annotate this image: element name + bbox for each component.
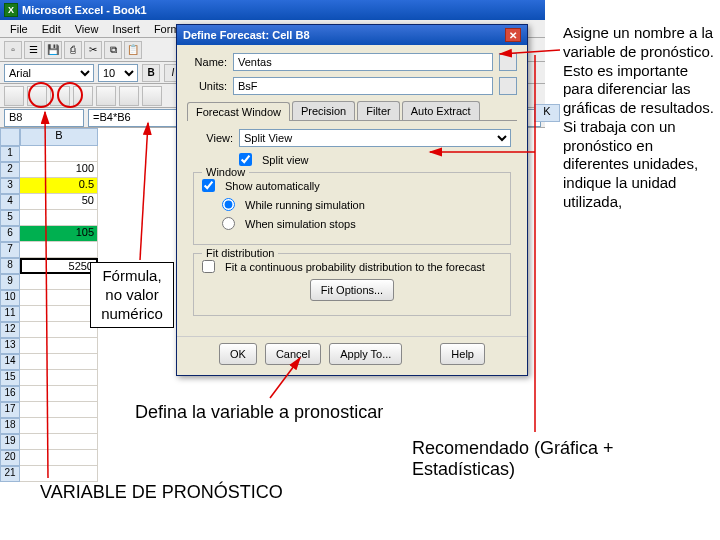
view-label: View: [193,132,233,144]
cb-step-icon[interactable] [119,86,139,106]
cell[interactable] [20,338,98,354]
row-hdr[interactable]: 12 [0,322,20,338]
view-select[interactable]: Split View [239,129,511,147]
window-group: Window Show automatically While running … [193,172,511,245]
units-field[interactable] [233,77,493,95]
cell-b3[interactable]: 0.5 [20,178,98,194]
row-hdr[interactable]: 9 [0,274,20,290]
fit-label: Fit a continuous probability distributio… [225,261,485,273]
name-box[interactable]: B8 [4,109,84,127]
corner[interactable] [0,128,20,146]
name-label: Name: [187,56,227,68]
save-icon[interactable]: 💾 [44,41,62,59]
close-icon[interactable]: ✕ [505,28,521,42]
fit-group: Fit distribution Fit a continuous probab… [193,253,511,316]
menu-insert[interactable]: Insert [106,22,146,36]
row-hdr[interactable]: 3 [0,178,20,194]
cb-reset-icon[interactable] [96,86,116,106]
paste-icon[interactable]: 📋 [124,41,142,59]
help-button[interactable]: Help [440,343,485,365]
row-hdr[interactable]: 18 [0,418,20,434]
dialog-title: Define Forecast: Cell B8 [183,29,310,41]
cell[interactable] [20,418,98,434]
show-auto-checkbox[interactable] [202,179,215,192]
row-hdr[interactable]: 4 [0,194,20,210]
tab-forecast-window[interactable]: Forecast Window [187,102,290,121]
row-hdr[interactable]: 7 [0,242,20,258]
row-hdr[interactable]: 1 [0,146,20,162]
cell-picker-icon[interactable] [499,77,517,95]
name-field[interactable] [233,53,493,71]
row-hdr[interactable]: 6 [0,226,20,242]
excel-icon: X [4,3,18,17]
units-label: Units: [187,80,227,92]
row-hdr[interactable]: 17 [0,402,20,418]
tab-filter[interactable]: Filter [357,101,399,120]
cb-reports-icon[interactable] [142,86,162,106]
fit-options-button[interactable]: Fit Options... [310,279,394,301]
open-icon[interactable]: ☰ [24,41,42,59]
cell[interactable] [20,274,98,290]
opt-stops-radio[interactable] [222,217,235,230]
cut-icon[interactable]: ✂ [84,41,102,59]
define-forecast-dialog: Define Forecast: Cell B8 ✕ Name: Units: … [176,24,528,376]
split-view-checkbox[interactable] [239,153,252,166]
cell[interactable] [20,210,98,226]
menu-edit[interactable]: Edit [36,22,67,36]
row-hdr[interactable]: 5 [0,210,20,226]
col-hdr-k[interactable]: K [534,104,560,122]
annotation-recommended: Recomendado (Gráfica + Estadísticas) [412,438,720,480]
fit-checkbox[interactable] [202,260,215,273]
col-hdr-b[interactable]: B [20,128,98,146]
cell[interactable] [20,242,98,258]
cell-picker-icon[interactable] [499,53,517,71]
row-hdr[interactable]: 15 [0,370,20,386]
cell-b8[interactable]: 5250 [20,258,98,274]
window-legend: Window [202,166,249,178]
app-title: Microsoft Excel - Book1 [22,4,147,16]
cb-define-assumption-icon[interactable] [4,86,24,106]
new-icon[interactable]: ▫ [4,41,22,59]
cancel-button[interactable]: Cancel [265,343,321,365]
cell-b4[interactable]: 50 [20,194,98,210]
ok-button[interactable]: OK [219,343,257,365]
row-hdr[interactable]: 13 [0,338,20,354]
row-hdr[interactable]: 19 [0,434,20,450]
highlight-circle [28,82,54,108]
cell[interactable] [20,306,98,322]
opt-stops-label: When simulation stops [245,218,356,230]
opt-running-radio[interactable] [222,198,235,211]
tab-auto-extract[interactable]: Auto Extract [402,101,480,120]
font-select[interactable]: Arial [4,64,94,82]
cell[interactable] [20,354,98,370]
row-hdr[interactable]: 14 [0,354,20,370]
cell[interactable] [20,450,98,466]
row-hdr[interactable]: 11 [0,306,20,322]
apply-button[interactable]: Apply To... [329,343,402,365]
row-hdr[interactable]: 2 [0,162,20,178]
cell[interactable] [20,386,98,402]
tab-precision[interactable]: Precision [292,101,355,120]
row-hdr[interactable]: 21 [0,466,20,482]
print-icon[interactable]: ⎙ [64,41,82,59]
menu-view[interactable]: View [69,22,105,36]
bold-button[interactable]: B [142,64,160,82]
cell-b2[interactable]: 100 [20,162,98,178]
cell[interactable] [20,466,98,482]
row-hdr[interactable]: 10 [0,290,20,306]
cell[interactable] [20,370,98,386]
copy-icon[interactable]: ⧉ [104,41,122,59]
row-hdr[interactable]: 8 [0,258,20,274]
row-hdr[interactable]: 20 [0,450,20,466]
cell[interactable] [20,322,98,338]
annotation-variable: VARIABLE DE PRONÓSTICO [40,482,283,503]
cell[interactable] [20,402,98,418]
cell-b6[interactable]: 105 [20,226,98,242]
row-hdr[interactable]: 16 [0,386,20,402]
size-select[interactable]: 10 [98,64,138,82]
cell[interactable] [20,434,98,450]
annotation-define: Defina la variable a pronosticar [135,402,383,423]
cell[interactable] [20,146,98,162]
menu-file[interactable]: File [4,22,34,36]
cell[interactable] [20,290,98,306]
